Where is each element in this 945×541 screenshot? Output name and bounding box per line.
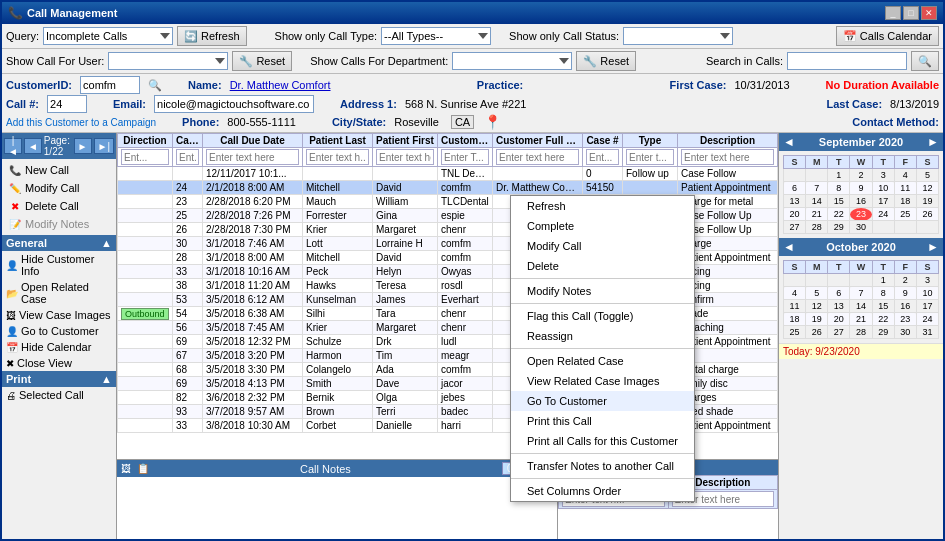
calendar-day[interactable]: 11 [784, 300, 806, 313]
call-status-select[interactable] [623, 27, 733, 45]
filter-description[interactable] [681, 149, 774, 165]
show-user-select[interactable] [108, 52, 228, 70]
sept-next-button[interactable]: ► [927, 135, 939, 149]
calendar-day[interactable]: 22 [828, 208, 850, 221]
context-menu-item-modify-call[interactable]: Modify Call [511, 236, 694, 256]
calendar-day[interactable]: 6 [784, 182, 806, 195]
calendar-day[interactable]: 13 [784, 195, 806, 208]
calendar-day[interactable]: 30 [850, 221, 872, 234]
calendar-day[interactable]: 12 [916, 182, 938, 195]
calendar-day[interactable]: 2 [894, 274, 916, 287]
search-input[interactable] [787, 52, 907, 70]
table-row[interactable]: 242/1/2018 8:00 AMMitchellDavidcomfmDr. … [118, 181, 778, 195]
calendar-day[interactable]: 19 [916, 195, 938, 208]
calendar-day[interactable]: 8 [828, 182, 850, 195]
oct-prev-button[interactable]: ◄ [783, 240, 795, 254]
calendar-day[interactable]: 25 [784, 326, 806, 339]
filter-case-num[interactable] [586, 149, 619, 165]
calendar-day[interactable]: 2 [850, 169, 872, 182]
calendar-day[interactable]: 26 [916, 208, 938, 221]
calendar-day[interactable]: 14 [850, 300, 872, 313]
context-menu-item-delete[interactable]: Delete [511, 256, 694, 276]
table-row[interactable]: 12/11/2017 10:1...TNL Dental0Follow upCa… [118, 167, 778, 181]
calendar-day[interactable]: 11 [894, 182, 916, 195]
show-dept-select[interactable] [452, 52, 572, 70]
calendar-day[interactable]: 22 [872, 313, 894, 326]
calendar-day[interactable]: 10 [916, 287, 938, 300]
context-menu-item-reassign[interactable]: Reassign [511, 326, 694, 346]
reset1-button[interactable]: 🔧 Reset [232, 51, 292, 71]
close-button[interactable]: ✕ [921, 6, 937, 20]
calendar-day[interactable]: 3 [916, 274, 938, 287]
refresh-button[interactable]: 🔄 Refresh [177, 26, 247, 46]
calendar-day[interactable]: 28 [806, 221, 828, 234]
context-menu-item-go-to-customer[interactable]: Go To Customer [511, 391, 694, 411]
print-section-header[interactable]: Print ▲ [2, 371, 116, 387]
calendar-day[interactable]: 7 [850, 287, 872, 300]
call-type-select[interactable]: --All Types-- [381, 27, 491, 45]
go-to-customer-button[interactable]: 👤 Go to Customer [2, 323, 116, 339]
calendar-day[interactable]: 27 [784, 221, 806, 234]
calendar-day[interactable]: 24 [916, 313, 938, 326]
call-num-input[interactable] [47, 95, 87, 113]
first-page-button[interactable]: |◄ [4, 138, 22, 154]
calendar-day[interactable]: 14 [806, 195, 828, 208]
context-menu-item-modify-notes[interactable]: Modify Notes [511, 281, 694, 301]
calendar-day[interactable]: 9 [850, 182, 872, 195]
calendar-day[interactable]: 15 [872, 300, 894, 313]
context-menu-item-refresh[interactable]: Refresh [511, 196, 694, 216]
calendar-day[interactable]: 16 [850, 195, 872, 208]
modify-call-button[interactable]: ✏️ Modify Call [4, 179, 114, 197]
calendar-day[interactable]: 29 [872, 326, 894, 339]
context-menu-item-open-related[interactable]: Open Related Case [511, 351, 694, 371]
calendar-day[interactable]: 12 [806, 300, 828, 313]
hide-customer-button[interactable]: 👤 Hide Customer Info [2, 251, 116, 279]
context-menu-item-flag-toggle[interactable]: Flag this Call (Toggle) [511, 306, 694, 326]
calendar-day[interactable]: 4 [784, 287, 806, 300]
context-menu-item-set-columns[interactable]: Set Columns Order [511, 481, 694, 501]
sept-prev-button[interactable]: ◄ [783, 135, 795, 149]
delete-call-button[interactable]: ✖ Delete Call [4, 197, 114, 215]
calendar-day[interactable]: 23 [894, 313, 916, 326]
calls-calendar-button[interactable]: 📅 Calls Calendar [836, 26, 939, 46]
calendar-day[interactable]: 20 [828, 313, 850, 326]
calendar-day[interactable]: 15 [828, 195, 850, 208]
context-menu-item-view-images[interactable]: View Related Case Images [511, 371, 694, 391]
new-call-button[interactable]: 📞 New Call [4, 161, 114, 179]
open-related-button[interactable]: 📂 Open Related Case [2, 279, 116, 307]
filter-type[interactable] [626, 149, 674, 165]
calendar-day[interactable]: 10 [872, 182, 894, 195]
calendar-day[interactable]: 29 [828, 221, 850, 234]
calendar-day[interactable]: 20 [784, 208, 806, 221]
notes-icon[interactable]: 🖼 [121, 463, 131, 474]
query-select[interactable]: Incomplete Calls [43, 27, 173, 45]
email-input[interactable] [154, 95, 314, 113]
filter-direction[interactable] [121, 149, 169, 165]
last-page-button[interactable]: ►| [94, 138, 115, 154]
calendar-day[interactable]: 1 [828, 169, 850, 182]
calendar-day[interactable]: 16 [894, 300, 916, 313]
calendar-day[interactable]: 13 [828, 300, 850, 313]
filter-call-date[interactable] [206, 149, 299, 165]
calendar-day[interactable]: 19 [806, 313, 828, 326]
calendar-day[interactable]: 28 [850, 326, 872, 339]
selected-call-button[interactable]: 🖨 Selected Call [2, 387, 116, 403]
search-button[interactable]: 🔍 [911, 51, 939, 71]
oct-next-button[interactable]: ► [927, 240, 939, 254]
calendar-day[interactable]: 1 [872, 274, 894, 287]
search-customer-icon[interactable]: 🔍 [148, 79, 162, 92]
context-menu-item-transfer-notes[interactable]: Transfer Notes to another Call [511, 456, 694, 476]
context-menu-item-print-all-calls[interactable]: Print all Calls for this Customer [511, 431, 694, 451]
calendar-day[interactable]: 18 [784, 313, 806, 326]
calendar-day[interactable]: 9 [894, 287, 916, 300]
calendar-day[interactable]: 6 [828, 287, 850, 300]
filter-call-num[interactable] [176, 149, 199, 165]
calendar-day[interactable]: 24 [872, 208, 894, 221]
calendar-day[interactable]: 5 [806, 287, 828, 300]
calendar-day[interactable]: 23 [850, 208, 872, 221]
calendar-day[interactable]: 4 [894, 169, 916, 182]
maximize-button[interactable]: □ [903, 6, 919, 20]
calendar-day[interactable]: 5 [916, 169, 938, 182]
calendar-day[interactable]: 18 [894, 195, 916, 208]
customerid-input[interactable] [80, 76, 140, 94]
